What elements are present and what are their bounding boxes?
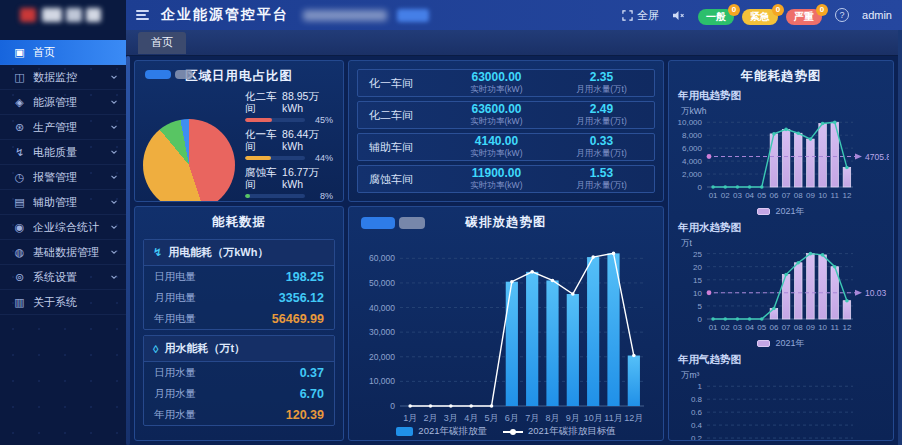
page-scrollbar[interactable] [898, 30, 902, 445]
legend-item-line[interactable]: 2021年碳排放目标值 [503, 425, 616, 438]
production-manage-icon: ⊛ [13, 121, 26, 134]
svg-text:0: 0 [698, 183, 703, 192]
badge-count: 0 [772, 4, 784, 16]
sidebar-item-关于系统[interactable]: ▥关于系统 [0, 290, 126, 315]
trend-chart-subtitle: 年用电趋势图 [678, 89, 889, 103]
electric-chart-svg: 02,0004,0006,0008,00010,0000102030405060… [673, 103, 889, 201]
sidebar-item-label: 电能质量 [33, 145, 103, 160]
chevron-down-icon [110, 73, 118, 81]
svg-text:04: 04 [745, 191, 754, 200]
legend-toggle-pill-blue[interactable] [361, 217, 395, 229]
tab-home[interactable]: 首页 [138, 32, 186, 54]
workshop-row[interactable]: 化一车间63000.00实时功率(kW)2.35月用水量(万t) [357, 69, 655, 97]
sidebar-item-辅助管理[interactable]: ▤辅助管理 [0, 190, 126, 215]
svg-text:60,000: 60,000 [369, 253, 395, 263]
alarm-badge-严重[interactable]: 严重0 [786, 9, 822, 25]
energy-row-value: 198.25 [286, 270, 324, 284]
legend-item-bar[interactable]: 2021年碳排放量 [396, 425, 487, 438]
trend-chart-plot: 0510152025010203040506070809101112万t10.0… [673, 235, 889, 337]
percent-label: 45% [309, 115, 333, 125]
panel-title: 能耗数据 [143, 207, 335, 234]
svg-text:11: 11 [831, 191, 840, 200]
percent-label: 8% [309, 191, 333, 201]
svg-text:20,000: 20,000 [369, 352, 395, 362]
monthly-water-label: 月用水量(万t) [576, 180, 627, 191]
svg-text:20: 20 [693, 263, 702, 272]
water-chart-svg: 0510152025010203040506070809101112万t10.0… [673, 235, 889, 333]
svg-text:06: 06 [769, 191, 778, 200]
monthly-water-label: 月用水量(万t) [576, 148, 627, 159]
monthly-water-value: 0.33 [590, 136, 613, 147]
legend-toggle-pill-grey[interactable] [175, 70, 193, 79]
workshop-name: 化一车间 [358, 76, 444, 91]
svg-text:01: 01 [709, 323, 718, 332]
blurred-header-button[interactable] [397, 9, 429, 22]
chevron-down-icon [110, 123, 118, 131]
panel-carbon-trend: 碳排放趋势图 010,00020,00030,00040,00050,00060… [348, 206, 664, 441]
svg-text:0.8: 0.8 [691, 395, 703, 404]
svg-text:02: 02 [721, 323, 730, 332]
sidebar-item-基础数据管理[interactable]: ◍基础数据管理 [0, 240, 126, 265]
sidebar-item-系统设置[interactable]: ⊚系统设置 [0, 265, 126, 290]
sidebar-item-能源管理[interactable]: ◈能源管理 [0, 90, 126, 115]
legend-label: 2021年 [775, 205, 804, 218]
sidebar-item-label: 关于系统 [33, 295, 118, 310]
workshop-value: 88.95万kWh [282, 90, 333, 114]
workshop-row[interactable]: 腐蚀车间11900.00实时功率(kW)1.53月用水量(万t) [357, 165, 655, 193]
workshop-row[interactable]: 辅助车间4140.00实时功率(kW)0.33月用水量(万t) [357, 133, 655, 161]
sidebar-item-企业综合统计[interactable]: ◉企业综合统计 [0, 215, 126, 240]
workshop-row[interactable]: 化二车间63600.00实时功率(kW)2.49月用水量(万t) [357, 101, 655, 129]
monthly-water-value: 2.35 [590, 72, 613, 83]
legend-toggle-pill-blue[interactable] [145, 70, 171, 79]
sidebar-item-生产管理[interactable]: ⊛生产管理 [0, 115, 126, 140]
logo-blurred-block [86, 8, 101, 22]
realtime-power-label: 实时功率(kW) [471, 148, 523, 159]
svg-text:6,000: 6,000 [682, 144, 703, 153]
pie-legend-item[interactable]: 腐蚀车间16.77万kWh8% [245, 166, 333, 201]
panel-annual-trend: 年能耗趋势图 年用电趋势图02,0004,0006,0008,00010,000… [668, 60, 894, 441]
fullscreen-button[interactable]: 全屏 [622, 8, 659, 23]
gas-chart-svg: 00.20.40.60.81010203040506070809101112万m… [673, 367, 889, 441]
svg-text:06: 06 [769, 323, 778, 332]
svg-text:50,000: 50,000 [369, 278, 395, 288]
trend-chart-legend[interactable]: 2021年 [673, 337, 889, 352]
svg-text:0.4: 0.4 [691, 421, 703, 430]
trend-chart-legend[interactable]: 2021年 [673, 205, 889, 220]
pie-legend-item[interactable]: 化一车间86.44万kWh44% [245, 128, 333, 163]
pie-legend-item[interactable]: 化二车间88.95万kWh45% [245, 90, 333, 125]
enterprise-stats-icon: ◉ [13, 221, 26, 234]
svg-text:10,000: 10,000 [369, 376, 395, 386]
carbon-chart: 010,00020,00030,00040,00050,00060,0001月2… [349, 234, 663, 424]
mute-icon[interactable] [672, 10, 685, 21]
percent-bar-track [245, 194, 305, 198]
content-scrollbar[interactable] [126, 56, 130, 445]
home-icon: ▣ [13, 46, 26, 59]
menu-collapse-icon[interactable] [134, 8, 151, 22]
sidebar-item-报警管理[interactable]: ◷报警管理 [0, 165, 126, 190]
sidebar-item-首页[interactable]: ▣首页 [0, 40, 126, 65]
energy-row-value: 3356.12 [279, 291, 324, 305]
svg-text:01: 01 [709, 191, 718, 200]
chevron-down-icon [110, 173, 118, 181]
pie-chart[interactable] [143, 119, 235, 203]
svg-text:10,000: 10,000 [678, 118, 703, 127]
sidebar-item-数据监控[interactable]: ◫数据监控 [0, 65, 126, 90]
alarm-badge-紧急[interactable]: 紧急0 [742, 9, 778, 25]
workshop-value: 16.77万kWh [282, 166, 333, 190]
sidebar-item-电能质量[interactable]: ↯电能质量 [0, 140, 126, 165]
energy-row-label: 月用水量 [154, 387, 196, 401]
realtime-power-label: 实时功率(kW) [471, 180, 523, 191]
panel-daily-electricity-share: 区域日用电占比图 化二车间88.95万kWh45%化一车间86.44万kWh44… [134, 60, 344, 202]
chevron-down-icon [110, 273, 118, 281]
svg-text:3月: 3月 [444, 413, 458, 423]
username[interactable]: admin [862, 9, 892, 21]
chevron-down-icon [110, 148, 118, 156]
alarm-badge-一般[interactable]: 一般0 [698, 9, 734, 25]
energy-row: 年用水量120.39 [144, 404, 334, 425]
svg-text:0.6: 0.6 [691, 408, 703, 417]
about-system-icon: ▥ [13, 296, 26, 309]
help-icon[interactable]: ? [835, 8, 849, 22]
sidebar-item-label: 数据监控 [33, 70, 103, 85]
svg-text:万m³: 万m³ [681, 370, 700, 380]
legend-toggle-pill-grey[interactable] [399, 217, 425, 229]
